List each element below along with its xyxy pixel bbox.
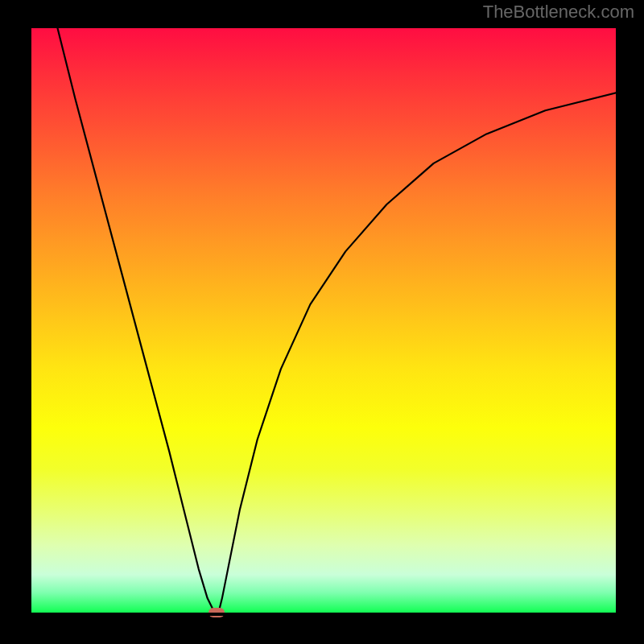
- watermark-text: TheBottleneck.com: [483, 2, 634, 23]
- curve-line: [28, 28, 616, 616]
- y-axis: [28, 28, 31, 616]
- x-axis: [28, 613, 616, 616]
